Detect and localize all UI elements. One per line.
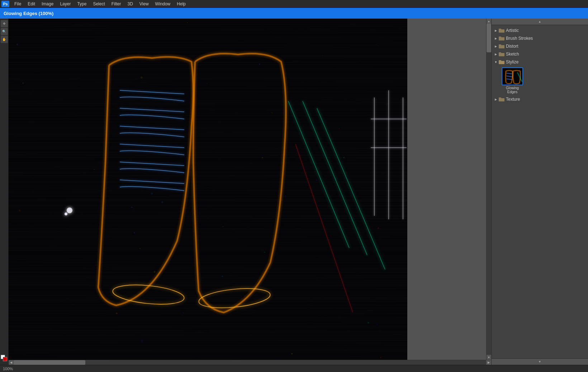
arrow-texture: ▶ <box>494 97 498 101</box>
right-panel: ▲ ▶ Artistic ▶ Brush Strokes <box>491 19 588 365</box>
arrow-brush-strokes: ▶ <box>494 36 498 40</box>
right-panel-scroll-bottom[interactable]: ▼ <box>492 358 588 365</box>
folder-icon-sketch <box>499 52 504 56</box>
menu-select[interactable]: Select <box>90 1 108 7</box>
menu-window[interactable]: Window <box>152 1 174 7</box>
menu-layer[interactable]: Layer <box>57 1 74 7</box>
category-stylize[interactable]: ▼ Stylize <box>492 58 588 66</box>
menu-type[interactable]: Type <box>74 1 89 7</box>
category-artistic-label: Artistic <box>506 28 519 33</box>
category-brush-strokes[interactable]: ▶ Brush Strokes <box>492 34 588 42</box>
scroll-track[interactable] <box>487 24 491 355</box>
tool-hand[interactable]: ✋ <box>1 36 8 43</box>
image-canvas <box>9 19 407 360</box>
category-stylize-label: Stylize <box>506 59 518 65</box>
hscroll-track[interactable] <box>14 360 486 365</box>
folder-icon-artistic <box>499 28 504 33</box>
title-bar: Glowing Edges (100%) <box>0 8 588 19</box>
category-distort[interactable]: ▶ Distort <box>492 42 588 50</box>
scroll-thumb[interactable] <box>487 24 491 52</box>
main-content: ✥ 🔍 ✋ ▲ ▼ ◀ <box>0 19 588 365</box>
filter-glowing-edges[interactable]: Glowing Edges <box>501 67 524 94</box>
glowing-edges-thumb-canvas <box>502 68 523 85</box>
right-panel-scroll-top[interactable]: ▲ <box>492 19 588 25</box>
stylize-filter-thumbs: Glowing Edges <box>498 66 588 95</box>
canvas-hscroll[interactable]: ◀ ▶ <box>9 360 491 365</box>
folder-icon-stylize <box>499 60 504 64</box>
hscroll-left-arrow[interactable]: ◀ <box>9 360 14 365</box>
category-sketch-label: Sketch <box>506 52 519 57</box>
folder-icon-texture <box>499 97 504 101</box>
tool-zoom[interactable]: 🔍 <box>1 28 8 35</box>
arrow-stylize: ▼ <box>494 60 498 64</box>
color-swatches[interactable] <box>1 355 8 362</box>
glowing-edges-thumbnail <box>502 67 523 85</box>
status-bar: 100% <box>0 365 588 372</box>
svg-rect-3 <box>499 37 501 38</box>
category-artistic[interactable]: ▶ Artistic <box>492 27 588 34</box>
category-texture[interactable]: ▶ Texture <box>492 95 588 103</box>
scroll-down-arrow[interactable]: ▼ <box>487 355 492 360</box>
menu-edit[interactable]: Edit <box>25 1 38 7</box>
background-swatch[interactable] <box>3 357 7 361</box>
arrow-sketch: ▶ <box>494 52 498 56</box>
scroll-up-arrow[interactable]: ▲ <box>487 19 492 24</box>
menu-bar: Ps File Edit Image Layer Type Select Fil… <box>0 0 588 8</box>
svg-rect-7 <box>499 52 501 54</box>
category-distort-label: Distort <box>506 44 518 49</box>
zoom-level: 100% <box>3 367 13 371</box>
svg-rect-9 <box>499 60 501 62</box>
svg-rect-5 <box>499 44 501 46</box>
arrow-distort: ▶ <box>494 44 498 48</box>
category-sketch[interactable]: ▶ Sketch <box>492 50 588 58</box>
category-texture-label: Texture <box>506 97 520 102</box>
canvas-wrapper: ▲ ▼ ◀ ▶ <box>9 19 491 365</box>
folder-icon-distort <box>499 44 504 48</box>
glowing-edges-label: Glowing Edges <box>501 86 524 94</box>
menu-file[interactable]: File <box>11 1 24 7</box>
filter-tree: ▶ Artistic ▶ Brush Strokes ▶ <box>492 25 588 358</box>
arrow-artistic: ▶ <box>494 28 498 33</box>
hscroll-right-arrow[interactable]: ▶ <box>486 360 491 365</box>
canvas-vscroll[interactable]: ▲ ▼ <box>486 19 491 360</box>
menu-filter[interactable]: Filter <box>109 1 124 7</box>
svg-rect-1 <box>499 29 501 30</box>
menu-3d[interactable]: 3D <box>124 1 136 7</box>
tool-move[interactable]: ✥ <box>1 20 8 27</box>
category-brush-strokes-label: Brush Strokes <box>506 36 533 41</box>
hscroll-thumb[interactable] <box>14 360 85 365</box>
menu-help[interactable]: Help <box>174 1 189 7</box>
app-icon: Ps <box>1 1 9 7</box>
menu-view[interactable]: View <box>137 1 152 7</box>
left-toolbar: ✥ 🔍 ✋ <box>0 19 9 365</box>
svg-rect-11 <box>499 97 501 99</box>
menu-image[interactable]: Image <box>39 1 56 7</box>
folder-icon-brush-strokes <box>499 36 504 40</box>
canvas-area <box>9 19 486 360</box>
stylize-subcontent: Glowing Edges <box>492 66 588 95</box>
filter-title: Glowing Edges (100%) <box>4 11 53 16</box>
canvas-inner: ▲ ▼ <box>9 19 491 360</box>
